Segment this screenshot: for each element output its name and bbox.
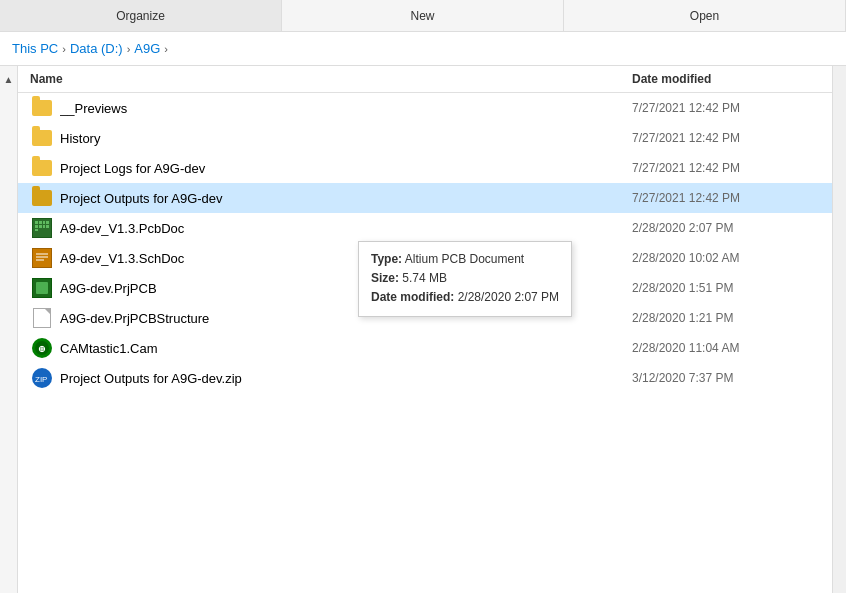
file-date: 7/27/2021 12:42 PM: [632, 191, 832, 205]
file-name: Project Outputs for A9G-dev: [60, 191, 632, 206]
main-area: ▲ Name Date modified __Previews7/27/2021…: [0, 66, 846, 593]
cam-icon: ⊕: [32, 338, 52, 358]
file-row[interactable]: A9-dev_V1.3.PcbDoc2/28/2020 2:07 PMType:…: [18, 213, 832, 243]
file-row[interactable]: Project Logs for A9G-dev7/27/2021 12:42 …: [18, 153, 832, 183]
file-list: Name Date modified __Previews7/27/2021 1…: [18, 66, 832, 593]
file-name: History: [60, 131, 632, 146]
toolbar-open[interactable]: Open: [564, 0, 846, 31]
col-name-header[interactable]: Name: [30, 72, 632, 86]
file-name: Project Outputs for A9G-dev.zip: [60, 371, 632, 386]
zip-icon: ZIP: [32, 368, 52, 388]
column-headers: Name Date modified: [18, 66, 832, 93]
collapse-icon: ▲: [4, 74, 14, 85]
breadcrumb: This PC › Data (D:) › A9G ›: [0, 32, 846, 66]
pcb-icon: [32, 218, 52, 238]
breadcrumb-sep-1: ›: [62, 43, 66, 55]
file-date: 7/27/2021 12:42 PM: [632, 131, 832, 145]
file-date: 2/28/2020 1:21 PM: [632, 311, 832, 325]
svg-rect-0: [34, 250, 50, 266]
file-name: CAMtastic1.Cam: [60, 341, 632, 356]
file-date: 2/28/2020 11:04 AM: [632, 341, 832, 355]
file-row[interactable]: ZIPProject Outputs for A9G-dev.zip3/12/2…: [18, 363, 832, 393]
open-label: Open: [690, 9, 719, 23]
file-row[interactable]: ⊕CAMtastic1.Cam2/28/2020 11:04 AM: [18, 333, 832, 363]
breadcrumb-a9g[interactable]: A9G: [134, 41, 160, 56]
file-row[interactable]: History7/27/2021 12:42 PM: [18, 123, 832, 153]
tooltip-date-label: Date modified: 2/28/2020 2:07 PM: [371, 290, 559, 304]
col-date-header[interactable]: Date modified: [632, 72, 832, 86]
breadcrumb-sep-3: ›: [164, 43, 168, 55]
svg-text:⊕: ⊕: [38, 344, 46, 354]
folder-yellow-icon: [32, 130, 52, 146]
file-date: 7/27/2021 12:42 PM: [632, 101, 832, 115]
breadcrumb-this-pc[interactable]: This PC: [12, 41, 58, 56]
folder-yellow-icon: [32, 160, 52, 176]
toolbar: Organize New Open: [0, 0, 846, 32]
toolbar-organize[interactable]: Organize: [0, 0, 282, 31]
prjpcb-icon: [32, 278, 52, 298]
file-date: 2/28/2020 1:51 PM: [632, 281, 832, 295]
sidebar-toggle[interactable]: ▲: [0, 66, 18, 593]
tooltip-size-label: Size: 5.74 MB: [371, 271, 447, 285]
file-date: 2/28/2020 2:07 PM: [632, 221, 832, 235]
file-name: A9-dev_V1.3.PcbDoc: [60, 221, 632, 236]
file-date: 7/27/2021 12:42 PM: [632, 161, 832, 175]
folder-gold-icon: [32, 190, 52, 206]
folder-yellow-icon: [32, 100, 52, 116]
breadcrumb-data-d[interactable]: Data (D:): [70, 41, 123, 56]
file-name: Project Logs for A9G-dev: [60, 161, 632, 176]
file-tooltip: Type: Altium PCB DocumentSize: 5.74 MBDa…: [358, 241, 572, 317]
file-row[interactable]: __Previews7/27/2021 12:42 PM: [18, 93, 832, 123]
tooltip-type-label: Type: Altium PCB Document: [371, 252, 524, 266]
doc-icon: [33, 308, 51, 328]
breadcrumb-sep-2: ›: [127, 43, 131, 55]
organize-label: Organize: [116, 9, 165, 23]
file-date: 3/12/2020 7:37 PM: [632, 371, 832, 385]
file-date: 2/28/2020 10:02 AM: [632, 251, 832, 265]
new-label: New: [410, 9, 434, 23]
sch-icon: [32, 248, 52, 268]
svg-text:ZIP: ZIP: [35, 375, 47, 384]
file-name: __Previews: [60, 101, 632, 116]
toolbar-new[interactable]: New: [282, 0, 564, 31]
file-row[interactable]: Project Outputs for A9G-dev7/27/2021 12:…: [18, 183, 832, 213]
file-rows: __Previews7/27/2021 12:42 PMHistory7/27/…: [18, 93, 832, 393]
scrollbar[interactable]: [832, 66, 846, 593]
